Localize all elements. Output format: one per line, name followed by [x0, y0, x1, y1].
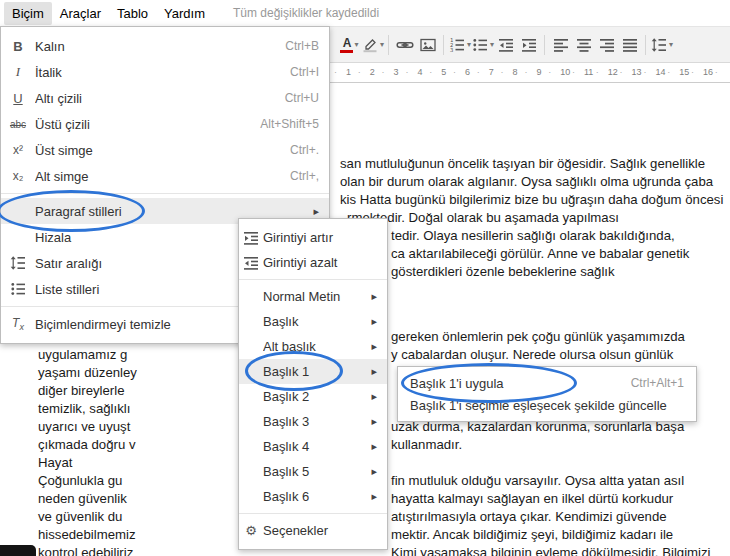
- menu-item-girintiyi-azalt[interactable]: Girintiyi azalt: [239, 250, 387, 275]
- menu-item-üstü-çizili[interactable]: abcÜstü çiziliAlt+Shift+5: [1, 111, 329, 137]
- menu-item-label: Başlık 4: [263, 439, 363, 454]
- menu-item-kalın[interactable]: BKalınCtrl+B: [1, 33, 329, 59]
- dropdown-arrow-icon: ▾: [380, 40, 384, 49]
- ruler-tick: ·: [477, 67, 480, 77]
- document-text-line: kis Hatta bugünkü bilgilerimiz bize bu u…: [340, 192, 723, 207]
- gear-icon: ⚙: [239, 523, 263, 538]
- menu-item-shortcut: Ctrl+B: [285, 39, 319, 53]
- document-text-line: yaşamı düzenley: [38, 365, 137, 380]
- menubar-item-yardım[interactable]: Yardım: [156, 2, 213, 25]
- ruler-number: 4: [417, 67, 422, 77]
- document-text-line: tedir. Olaya nesillerin sağlığı olarak b…: [391, 228, 675, 243]
- menubar-item-tablo[interactable]: Tablo: [109, 2, 156, 25]
- bold-icon: B: [1, 39, 35, 54]
- menu-item-başlık-1-i-uygula[interactable]: Başlık 1'i uygulaCtrl+Alt+1: [398, 372, 696, 394]
- ruler-tick: ·: [453, 67, 456, 77]
- ruler-number: 1: [346, 67, 351, 77]
- ruler-tick: ·: [358, 67, 361, 77]
- numbered-list-icon: 123: [448, 36, 466, 54]
- submenu-arrow-icon: ▸: [371, 340, 377, 353]
- ruler-tick: ·: [691, 67, 694, 77]
- menu-item-başlık[interactable]: Başlık▸: [239, 309, 387, 334]
- menu-item-başlık-5[interactable]: Başlık 5▸: [239, 459, 387, 484]
- ruler-tick: ·: [382, 67, 385, 77]
- submenu-arrow-icon: ▸: [371, 490, 377, 503]
- subscript-icon: x₂: [1, 169, 35, 183]
- menu-item-başlık-4[interactable]: Başlık 4▸: [239, 434, 387, 459]
- menu-item-label: Üstü çizili: [35, 117, 248, 132]
- paragraph-styles-submenu: Girintiyi artırGirintiyi azaltNormal Met…: [238, 218, 388, 550]
- menu-item-başlık-2[interactable]: Başlık 2▸: [239, 384, 387, 409]
- menu-item-label: Üst simge: [35, 143, 278, 158]
- document-text-line: gereken önlemlerin pek çoğu günlük yaşam…: [391, 329, 685, 344]
- ruler-number: 14: [655, 67, 665, 77]
- menu-item-normal-metin[interactable]: Normal Metin▸: [239, 284, 387, 309]
- italic-icon: I: [1, 64, 35, 80]
- menu-separator: [239, 279, 387, 280]
- numbered-list-button[interactable]: 123▾: [448, 33, 471, 57]
- bulleted-list-button[interactable]: ▾: [471, 33, 494, 57]
- menu-item-alt-başlık[interactable]: Alt başlık▸: [239, 334, 387, 359]
- dropdown-arrow-icon: ▾: [354, 40, 358, 49]
- menu-item-seçenekler[interactable]: ⚙Seçenekler: [239, 518, 387, 543]
- menu-item-label: Girintiyi artır: [263, 230, 377, 245]
- submenu-arrow-icon: ▸: [371, 415, 377, 428]
- line-spacing-button[interactable]: ▾: [650, 33, 673, 57]
- menubar-item-araçlar[interactable]: Araçlar: [52, 2, 109, 25]
- menu-item-label: Başlık 1'i uygula: [410, 376, 619, 391]
- align-right-icon: [598, 36, 616, 54]
- menu-item-başlık-1[interactable]: Başlık 1▸: [239, 359, 387, 384]
- menu-item-üst-simge[interactable]: x²Üst simgeCtrl+.: [1, 137, 329, 163]
- indent-decrease-icon: [239, 254, 263, 272]
- menu-item-i-talik[interactable]: IİtalikCtrl+I: [1, 59, 329, 85]
- line-spacing-icon: [1, 254, 35, 272]
- menu-item-girintiyi-artır[interactable]: Girintiyi artır: [239, 225, 387, 250]
- submenu-arrow-icon: ▸: [371, 290, 377, 303]
- align-left-button[interactable]: [549, 33, 572, 57]
- ruler-number: 5: [441, 67, 446, 77]
- bulleted-list-icon: [1, 280, 35, 298]
- document-text-line: y cabalardan oluşur. Nerede olursa olsun…: [391, 347, 673, 362]
- save-status: Tüm değişiklikler kaydedildi: [233, 6, 379, 20]
- menu-item-altı-çizili[interactable]: UAltı çiziliCtrl+U: [1, 85, 329, 111]
- ruler-tick: ·: [643, 67, 646, 77]
- align-right-button[interactable]: [595, 33, 618, 57]
- menu-item-başlık-3[interactable]: Başlık 3▸: [239, 409, 387, 434]
- ruler-tick: ·: [429, 67, 432, 77]
- menu-item-label: Paragraf stilleri: [35, 204, 305, 219]
- menu-item-alt-simge[interactable]: x₂Alt simgeCtrl+,: [1, 163, 329, 189]
- ruler-number: 6: [465, 67, 470, 77]
- document-text-line: Çoğunlukla gu: [38, 473, 122, 488]
- insert-image-button[interactable]: [416, 33, 439, 57]
- menu-item-shortcut: Ctrl+U: [285, 91, 319, 105]
- highlight-color-button[interactable]: ▾: [361, 33, 384, 57]
- ruler-tick: ·: [548, 67, 551, 77]
- ruler-tick: ·: [501, 67, 504, 77]
- menubar-item-biçim[interactable]: Biçim: [4, 2, 52, 25]
- menu-bar: BiçimAraçlarTabloYardım Tüm değişiklikle…: [0, 0, 730, 26]
- ruler-tick: ·: [334, 67, 337, 77]
- align-center-icon: [575, 36, 593, 54]
- decrease-indent-button[interactable]: [494, 33, 517, 57]
- ruler-number: 3: [394, 67, 399, 77]
- menu-item-başlık-6[interactable]: Başlık 6▸: [239, 484, 387, 509]
- document-text-line: ca aktarılabileceği görülür. Anne ve bab…: [391, 246, 689, 261]
- document-text-line: hissedebilmemiz: [38, 527, 135, 542]
- text-color-button[interactable]: A▾: [338, 33, 361, 57]
- ruler-tick: ·: [715, 67, 718, 77]
- toolbar-separator: [544, 35, 545, 55]
- align-justify-button[interactable]: [618, 33, 641, 57]
- menu-item-başlık-1-i-seçimle-eşleşecek-şekilde-güncelle[interactable]: Başlık 1'i seçimle eşleşecek şekilde gün…: [398, 394, 696, 416]
- menu-item-shortcut: Ctrl+I: [290, 65, 319, 79]
- ruler-number: 11: [584, 67, 593, 77]
- document-text-line: neden güvenlik: [38, 491, 127, 506]
- document-text-line: fin mutluluk olduğu varsayılır. Oysa alt…: [391, 473, 684, 488]
- align-justify-icon: [621, 36, 639, 54]
- align-center-button[interactable]: [572, 33, 595, 57]
- strikethrough-icon: abc: [1, 119, 35, 130]
- insert-link-button[interactable]: [393, 33, 416, 57]
- ruler-number: 7: [489, 67, 494, 77]
- menu-item-label: Altı çizili: [35, 91, 273, 106]
- menu-item-label: Başlık 6: [263, 489, 363, 504]
- increase-indent-button[interactable]: [517, 33, 540, 57]
